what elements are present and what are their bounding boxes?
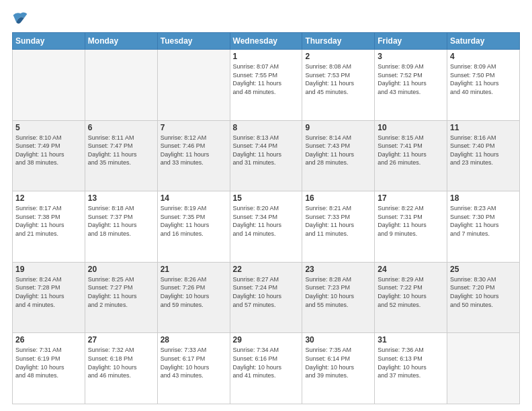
day-info: Sunrise: 7:33 AM Sunset: 6:17 PM Dayligh… <box>161 346 227 379</box>
day-number: 14 <box>161 193 227 203</box>
calendar-cell: 16Sunrise: 8:21 AM Sunset: 7:33 PM Dayli… <box>302 191 375 263</box>
day-number: 22 <box>233 265 300 274</box>
day-number: 12 <box>15 193 82 203</box>
calendar-cell: 18Sunrise: 8:23 AM Sunset: 7:30 PM Dayli… <box>447 191 520 263</box>
day-number: 18 <box>450 193 517 203</box>
calendar-cell: 19Sunrise: 8:24 AM Sunset: 7:28 PM Dayli… <box>13 262 85 333</box>
calendar-week-2: 5Sunrise: 8:10 AM Sunset: 7:49 PM Daylig… <box>13 120 520 191</box>
calendar-cell: 15Sunrise: 8:20 AM Sunset: 7:34 PM Dayli… <box>230 191 302 263</box>
day-number: 1 <box>233 52 300 61</box>
calendar-week-5: 26Sunrise: 7:31 AM Sunset: 6:19 PM Dayli… <box>13 333 520 404</box>
day-number: 9 <box>305 123 371 132</box>
calendar-cell: 23Sunrise: 8:28 AM Sunset: 7:23 PM Dayli… <box>302 262 375 333</box>
calendar-cell: 11Sunrise: 8:16 AM Sunset: 7:40 PM Dayli… <box>447 120 520 191</box>
day-info: Sunrise: 8:23 AM Sunset: 7:30 PM Dayligh… <box>450 204 517 238</box>
calendar-cell: 27Sunrise: 7:32 AM Sunset: 6:18 PM Dayli… <box>85 333 157 404</box>
calendar-cell: 28Sunrise: 7:33 AM Sunset: 6:17 PM Dayli… <box>157 333 230 404</box>
day-number: 11 <box>450 123 517 132</box>
day-info: Sunrise: 7:32 AM Sunset: 6:18 PM Dayligh… <box>88 346 154 379</box>
col-header-thursday: Thursday <box>302 33 375 50</box>
day-number: 21 <box>161 265 227 274</box>
day-info: Sunrise: 8:13 AM Sunset: 7:44 PM Dayligh… <box>233 134 300 167</box>
day-number: 4 <box>450 52 517 61</box>
day-number: 15 <box>233 193 300 203</box>
day-number: 23 <box>305 265 371 274</box>
calendar-cell: 22Sunrise: 8:27 AM Sunset: 7:24 PM Dayli… <box>230 262 302 333</box>
calendar-cell: 3Sunrise: 8:09 AM Sunset: 7:52 PM Daylig… <box>375 50 447 121</box>
day-number: 7 <box>161 123 227 132</box>
day-number: 13 <box>88 193 154 203</box>
col-header-sunday: Sunday <box>13 33 85 50</box>
day-number: 28 <box>161 335 227 345</box>
calendar-cell: 24Sunrise: 8:29 AM Sunset: 7:22 PM Dayli… <box>375 262 447 333</box>
logo-icon <box>12 11 28 27</box>
calendar-table: SundayMondayTuesdayWednesdayThursdayFrid… <box>12 32 520 404</box>
day-number: 10 <box>378 123 444 132</box>
day-info: Sunrise: 8:10 AM Sunset: 7:49 PM Dayligh… <box>15 134 82 167</box>
header <box>12 11 520 27</box>
day-info: Sunrise: 8:24 AM Sunset: 7:28 PM Dayligh… <box>15 275 82 309</box>
day-number: 29 <box>233 335 300 345</box>
calendar-cell: 26Sunrise: 7:31 AM Sunset: 6:19 PM Dayli… <box>13 333 85 404</box>
day-info: Sunrise: 8:08 AM Sunset: 7:53 PM Dayligh… <box>305 62 371 96</box>
day-info: Sunrise: 7:35 AM Sunset: 6:14 PM Dayligh… <box>305 346 371 379</box>
day-info: Sunrise: 8:26 AM Sunset: 7:26 PM Dayligh… <box>161 275 227 309</box>
day-info: Sunrise: 7:34 AM Sunset: 6:16 PM Dayligh… <box>233 346 300 379</box>
day-info: Sunrise: 8:30 AM Sunset: 7:20 PM Dayligh… <box>450 275 517 309</box>
calendar-cell <box>85 50 157 121</box>
calendar-cell: 17Sunrise: 8:22 AM Sunset: 7:31 PM Dayli… <box>375 191 447 263</box>
day-info: Sunrise: 8:14 AM Sunset: 7:43 PM Dayligh… <box>305 134 371 167</box>
calendar-cell: 2Sunrise: 8:08 AM Sunset: 7:53 PM Daylig… <box>302 50 375 121</box>
day-info: Sunrise: 8:22 AM Sunset: 7:31 PM Dayligh… <box>378 204 444 238</box>
day-number: 17 <box>378 193 444 203</box>
calendar-week-4: 19Sunrise: 8:24 AM Sunset: 7:28 PM Dayli… <box>13 262 520 333</box>
day-info: Sunrise: 8:15 AM Sunset: 7:41 PM Dayligh… <box>378 134 444 167</box>
day-number: 6 <box>88 123 154 132</box>
day-info: Sunrise: 8:07 AM Sunset: 7:55 PM Dayligh… <box>233 62 300 96</box>
day-number: 24 <box>378 265 444 274</box>
calendar-cell: 14Sunrise: 8:19 AM Sunset: 7:35 PM Dayli… <box>157 191 230 263</box>
day-number: 5 <box>15 123 82 132</box>
calendar-week-3: 12Sunrise: 8:17 AM Sunset: 7:38 PM Dayli… <box>13 191 520 263</box>
day-number: 19 <box>15 265 82 274</box>
day-number: 31 <box>378 335 444 345</box>
col-header-monday: Monday <box>85 33 157 50</box>
day-info: Sunrise: 8:19 AM Sunset: 7:35 PM Dayligh… <box>161 204 227 238</box>
day-number: 20 <box>88 265 154 274</box>
day-info: Sunrise: 7:31 AM Sunset: 6:19 PM Dayligh… <box>15 346 82 379</box>
calendar-cell: 31Sunrise: 7:36 AM Sunset: 6:13 PM Dayli… <box>375 333 447 404</box>
day-info: Sunrise: 8:09 AM Sunset: 7:52 PM Dayligh… <box>378 62 444 96</box>
day-number: 3 <box>378 52 444 61</box>
calendar-cell <box>13 50 85 121</box>
calendar-cell <box>157 50 230 121</box>
calendar-cell: 10Sunrise: 8:15 AM Sunset: 7:41 PM Dayli… <box>375 120 447 191</box>
day-info: Sunrise: 7:36 AM Sunset: 6:13 PM Dayligh… <box>378 346 444 379</box>
calendar-cell: 7Sunrise: 8:12 AM Sunset: 7:46 PM Daylig… <box>157 120 230 191</box>
calendar-cell: 8Sunrise: 8:13 AM Sunset: 7:44 PM Daylig… <box>230 120 302 191</box>
calendar-cell: 20Sunrise: 8:25 AM Sunset: 7:27 PM Dayli… <box>85 262 157 333</box>
day-info: Sunrise: 8:29 AM Sunset: 7:22 PM Dayligh… <box>378 275 444 309</box>
calendar-cell: 12Sunrise: 8:17 AM Sunset: 7:38 PM Dayli… <box>13 191 85 263</box>
logo <box>12 11 31 27</box>
col-header-tuesday: Tuesday <box>157 33 230 50</box>
calendar-cell: 9Sunrise: 8:14 AM Sunset: 7:43 PM Daylig… <box>302 120 375 191</box>
day-info: Sunrise: 8:17 AM Sunset: 7:38 PM Dayligh… <box>15 204 82 238</box>
calendar-cell: 29Sunrise: 7:34 AM Sunset: 6:16 PM Dayli… <box>230 333 302 404</box>
day-number: 2 <box>305 52 371 61</box>
day-number: 27 <box>88 335 154 345</box>
page: SundayMondayTuesdayWednesdayThursdayFrid… <box>0 0 532 411</box>
col-header-friday: Friday <box>375 33 447 50</box>
col-header-wednesday: Wednesday <box>230 33 302 50</box>
calendar-header-row: SundayMondayTuesdayWednesdayThursdayFrid… <box>13 33 520 50</box>
day-number: 16 <box>305 193 371 203</box>
calendar-cell: 13Sunrise: 8:18 AM Sunset: 7:37 PM Dayli… <box>85 191 157 263</box>
calendar-cell: 1Sunrise: 8:07 AM Sunset: 7:55 PM Daylig… <box>230 50 302 121</box>
day-info: Sunrise: 8:12 AM Sunset: 7:46 PM Dayligh… <box>161 134 227 167</box>
day-info: Sunrise: 8:11 AM Sunset: 7:47 PM Dayligh… <box>88 134 154 167</box>
day-info: Sunrise: 8:09 AM Sunset: 7:50 PM Dayligh… <box>450 62 517 96</box>
calendar-cell: 5Sunrise: 8:10 AM Sunset: 7:49 PM Daylig… <box>13 120 85 191</box>
day-info: Sunrise: 8:18 AM Sunset: 7:37 PM Dayligh… <box>88 204 154 238</box>
day-number: 26 <box>15 335 82 345</box>
day-info: Sunrise: 8:25 AM Sunset: 7:27 PM Dayligh… <box>88 275 154 309</box>
calendar-cell: 4Sunrise: 8:09 AM Sunset: 7:50 PM Daylig… <box>447 50 520 121</box>
